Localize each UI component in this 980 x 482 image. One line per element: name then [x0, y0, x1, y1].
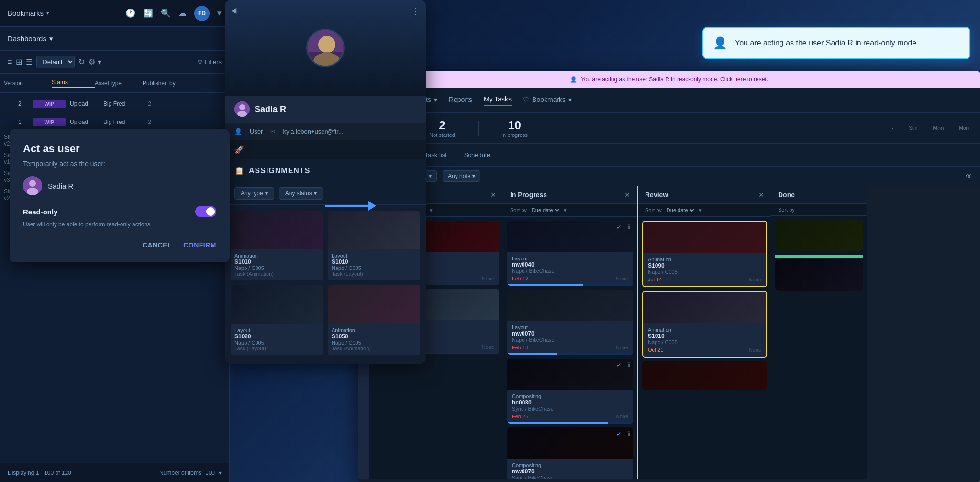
bookmarks-button[interactable]: Bookmarks ▾	[8, 9, 49, 17]
card-thumb	[775, 259, 863, 291]
task-card[interactable]: Animation S1050 Napo / C005 Task (Animat…	[328, 285, 420, 355]
notification-user-icon: 👤	[713, 36, 727, 50]
confirm-button[interactable]: CONFIRM	[183, 241, 216, 249]
card-done-2[interactable]	[775, 259, 863, 291]
task-board-panel: 👤 You are acting as the user Sadia R in …	[358, 71, 980, 482]
task-card[interactable]: Animation S1010 Napo / C005 Task (Animat…	[231, 211, 323, 280]
card-date: Jul 14	[648, 277, 662, 282]
act-as-dialog: Act as user Temporarily act as the user:…	[10, 129, 230, 262]
dashboards-button[interactable]: Dashboards ▾	[8, 34, 53, 43]
card-mw0040[interactable]: ✓ ℹ Layout mw0040 Napo / BikeChase Feb 1…	[507, 221, 633, 286]
cancel-button[interactable]: CANCEL	[143, 241, 172, 249]
card-done-1[interactable]	[775, 220, 863, 251]
collapse-icon[interactable]: ◀	[231, 6, 236, 15]
col-title-done: Done	[778, 191, 860, 199]
num-items-label: Number of items	[159, 470, 201, 476]
sort-by-label-rv: Sort by	[645, 207, 662, 213]
sort-by-label-ip: Sort by	[510, 207, 527, 213]
stat-not-started: 2 Not started	[429, 119, 455, 138]
dashboards-chevron: ▾	[49, 34, 53, 43]
view-icon[interactable]: ☰	[26, 57, 33, 67]
table-row[interactable]: 1 WIP Upload Big Fred 2	[0, 113, 229, 131]
row-num: 2	[18, 101, 33, 107]
review-close-icon[interactable]: ✕	[758, 191, 764, 199]
row-name: Big Fred	[103, 119, 142, 125]
close-icon[interactable]: ⋮	[412, 6, 420, 16]
table-row[interactable]: 2 WIP Upload Big Fred 2	[0, 95, 229, 113]
banner-text: You are acting as the user Sadia R in re…	[581, 76, 768, 83]
card-s1010-review[interactable]: Animation S1010 Napo / C005 Oct 21 None	[642, 291, 767, 358]
acting-banner[interactable]: 👤 You are acting as the user Sadia R in …	[358, 71, 980, 88]
filters-button[interactable]: ▽ Filters	[198, 58, 222, 66]
card-s1090[interactable]: Animation S1090 Napo / C005 Jul 14 None	[642, 221, 767, 287]
readonly-desc: User will only be able to perform read-o…	[23, 221, 216, 228]
task-grid: Animation S1010 Napo / C005 Task (Animat…	[225, 205, 426, 361]
projects-chevron: ▾	[434, 96, 437, 103]
task-card[interactable]: Layout S1020 Napo / C005 Task (Layout)	[231, 285, 323, 355]
settings-icon[interactable]: ⚙ ▾	[89, 57, 101, 67]
task-project: Napo / C005	[234, 265, 319, 271]
card-code: mw0040	[512, 261, 628, 268]
sort-select-rv[interactable]: Due date	[665, 207, 696, 213]
info-icon[interactable]: ℹ	[628, 430, 630, 437]
eye-icon[interactable]: 👁	[966, 172, 972, 180]
profile-action-icon[interactable]: 🚀	[234, 145, 244, 154]
num-items-chevron[interactable]: ▾	[219, 470, 222, 476]
card-mw0070-comp[interactable]: ✓ ℹ Compositing mw0070 Sync / BikeChase …	[507, 427, 633, 479]
col-header-status[interactable]: Status	[52, 79, 95, 88]
readonly-toggle[interactable]	[195, 206, 216, 217]
task-project: Napo / C005	[332, 265, 416, 271]
sync-icon[interactable]: 🔄	[143, 8, 153, 18]
stat-ip-num: 10	[501, 119, 528, 132]
search-icon[interactable]: 🔍	[161, 8, 171, 18]
avatar-chevron[interactable]: ▾	[217, 8, 222, 18]
card-thumb: ✓ ℹ	[507, 359, 633, 390]
sort-select-ip[interactable]: Due date	[530, 207, 561, 213]
row-count: 2	[142, 119, 151, 125]
tab-reports[interactable]: Reports	[449, 96, 472, 105]
dashboards-label: Dashboards	[8, 34, 46, 43]
history-icon[interactable]: 🕐	[125, 8, 135, 18]
not-started-close-icon[interactable]: ✕	[490, 191, 496, 199]
user-avatar	[23, 176, 42, 195]
any-note-filter[interactable]: Any note ▾	[443, 170, 480, 182]
in-progress-close-icon[interactable]: ✕	[624, 191, 630, 199]
refresh-icon[interactable]: ↻	[78, 57, 85, 67]
tab-bookmarks-label: Bookmarks	[532, 96, 566, 103]
profile-name: Sadia R	[255, 104, 286, 114]
cloud-icon[interactable]: ☁	[178, 8, 187, 18]
task-card[interactable]: Layout S1010 Napo / C005 Task (Layout)	[328, 211, 420, 280]
tab-schedule[interactable]: Schedule	[457, 147, 498, 162]
tab-bookmarks[interactable]: ♡ Bookmarks ▾	[523, 96, 572, 105]
stat-in-progress: 10 In progress	[501, 119, 528, 138]
info-icon[interactable]: ℹ	[628, 361, 630, 369]
top-bar: Bookmarks ▾ 🕐 🔄 🔍 ☁ FD ▾	[0, 0, 229, 27]
check-icon: ✓	[616, 430, 622, 437]
card-mw0070-layout[interactable]: Layout mw0070 Napo / BikeChase Feb 13 No…	[507, 290, 633, 355]
column-review: Review ✕ Sort by Due date ▾ Animation S1…	[637, 186, 771, 479]
top-bar-right: 🕐 🔄 🔍 ☁ FD ▾	[125, 6, 222, 21]
grid-icon[interactable]: ⊞	[16, 57, 22, 67]
info-icon[interactable]: ℹ	[628, 224, 630, 231]
task-code: S1010	[234, 258, 319, 265]
card-bc0030[interactable]: ✓ ℹ Compositing bc0030 Sync / BikeChase …	[507, 359, 633, 424]
done-sort-row: Sort by	[771, 204, 867, 216]
card-partial-review[interactable]	[642, 361, 767, 390]
list-icon[interactable]: ≡	[8, 58, 12, 67]
col-title-review: Review	[645, 191, 755, 199]
card-body: Compositing bc0030 Sync / BikeChase Feb …	[507, 390, 633, 424]
type-filter[interactable]: Any type ▾	[234, 187, 274, 200]
sort-chevron-rv: ▾	[699, 207, 702, 213]
bookmarks-chevron: ▾	[46, 10, 49, 16]
sort-chevron-ip: ▾	[564, 207, 567, 213]
col-header-version: Version	[4, 80, 52, 87]
default-select[interactable]: Default	[36, 56, 75, 68]
dialog-actions: CANCEL CONFIRM	[23, 241, 216, 249]
avatar-button[interactable]: FD	[194, 6, 210, 21]
bookmarks-chevron: ▾	[568, 96, 572, 103]
dialog-user-name: Sadia R	[48, 182, 73, 190]
status-filter[interactable]: Any status ▾	[279, 187, 323, 200]
pagination-display: Displaying 1 - 100 of 120	[8, 470, 71, 476]
tab-my-tasks[interactable]: My Tasks	[484, 95, 512, 106]
task-info: Animation S1050 Napo / C005 Task (Animat…	[328, 324, 420, 355]
